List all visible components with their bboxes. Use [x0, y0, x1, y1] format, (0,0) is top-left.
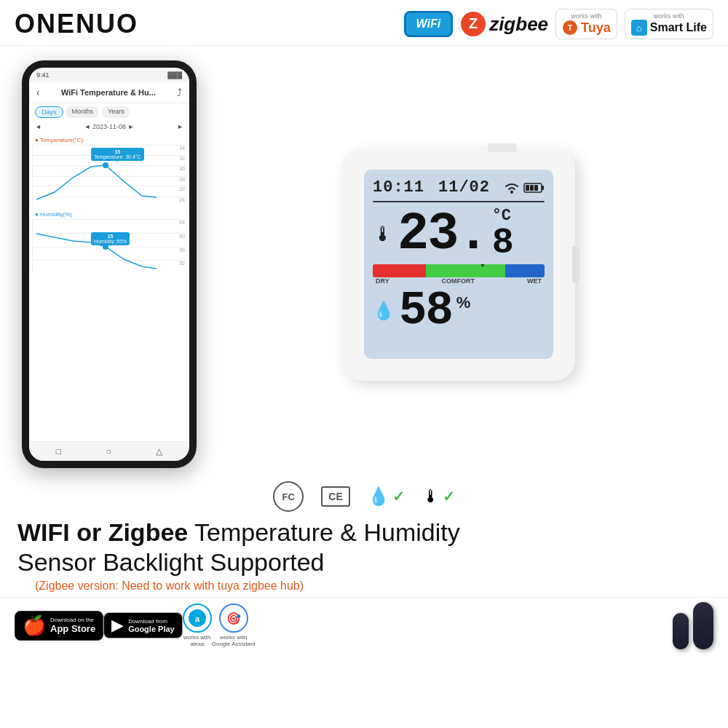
product-subtitle: (Zigbee version: Need to work with tuya … — [17, 577, 711, 597]
comfort-bar-container: DRY COMFORT WET — [373, 264, 545, 285]
phone-date: ◄ 2023-11-06 ► — [84, 123, 135, 130]
device-battery-icon — [524, 182, 545, 194]
device-divider — [373, 201, 545, 202]
phone-date-nav: ◄ ◄ 2023-11-06 ► ► — [29, 121, 189, 132]
fc-label: FC — [282, 491, 295, 502]
alexa-logo: a — [188, 609, 207, 628]
apple-icon: 🍎 — [23, 614, 46, 637]
phone-export-button[interactable]: ⤴ — [177, 87, 182, 98]
drop-cert-icon: 💧 — [368, 486, 389, 507]
bar-comfort — [426, 264, 505, 277]
device-top-button[interactable] — [488, 143, 517, 152]
alexa-icon: a — [183, 604, 212, 633]
device-screen: 10:11 11/02 — [364, 170, 553, 359]
comfort-label: COMFORT — [442, 277, 475, 285]
phone-tabs: Days Months Years — [29, 103, 189, 121]
ce-cert: CE — [321, 486, 349, 507]
tooltip-hum-value: Humidity: 55% — [94, 239, 127, 244]
tooltip-day-hum: 15 — [94, 234, 127, 239]
back-triangle-button[interactable]: △ — [156, 446, 162, 456]
phone-nav-title: WiFi Temperature & Hu... — [61, 88, 156, 97]
hum-tooltip: 15 Humidity: 55% — [91, 232, 130, 245]
device-humidity-row: 💧 58 % — [373, 288, 545, 334]
therm-cert-icon: 🌡 — [422, 486, 440, 507]
tab-months[interactable]: Months — [66, 106, 100, 118]
device-wifi-icon — [504, 181, 520, 194]
device-mockup: 10:11 11/02 — [211, 60, 706, 468]
smartlife-works-with: works with — [654, 12, 684, 20]
echo-devices — [673, 602, 713, 649]
circle-button[interactable]: ○ — [106, 446, 111, 456]
svg-point-4 — [103, 162, 108, 168]
bar-wet — [505, 264, 545, 277]
alexa-label: works withalexa — [183, 634, 210, 647]
zigbee-icon: Z — [460, 11, 486, 37]
google-play-icon: ▶ — [111, 616, 124, 635]
phone-screen: 9:41 ▓▓▓ ‹ WiFi Temperature & Hu... ⤴ Da… — [29, 68, 189, 461]
humidity-cert: 💧 ✓ — [368, 486, 405, 507]
tuya-name: Tuya — [581, 20, 611, 36]
header-badges: WiFi Z zigbee works with T Tuya works wi… — [404, 9, 713, 39]
device-time: 10:11 — [373, 178, 424, 197]
product-title-bold: WIFI or Zigbee — [17, 518, 188, 546]
fc-cert: FC — [273, 481, 304, 512]
humidity-check: ✓ — [392, 488, 405, 505]
tab-days[interactable]: Days — [35, 106, 63, 118]
humidity-chart: ● Humidity(%) 64 60 56 52 15 — [32, 210, 186, 274]
tab-years[interactable]: Years — [102, 106, 130, 118]
ga-logo: 🎯 — [226, 612, 241, 625]
tooltip-day-temp: 15 — [94, 149, 141, 154]
header: ONENUO WiFi Z zigbee works with T Tuya — [0, 0, 728, 46]
svg-point-6 — [510, 191, 513, 194]
svg-rect-10 — [530, 185, 534, 191]
smartlife-icon: ⌂ — [631, 20, 647, 36]
date-next-button[interactable]: ► — [177, 123, 183, 130]
humidity-bar — [373, 264, 545, 277]
certification-row: FC CE 💧 ✓ 🌡 ✓ — [0, 475, 728, 515]
svg-rect-11 — [534, 185, 538, 191]
svg-rect-9 — [526, 185, 529, 191]
googleplay-small: Download from — [128, 618, 175, 625]
smartlife-badge: works with ⌂ Smart Life — [625, 9, 713, 39]
svg-text:T: T — [568, 24, 572, 32]
googleplay-large: Google Play — [128, 625, 175, 633]
appstore-small: Download on the — [50, 617, 95, 623]
appstore-badge[interactable]: 🍎 Download on the App Store — [15, 611, 103, 641]
phone-chart-area: ● Temperature(°C) 34 32 30 28 26 24 — [29, 132, 189, 441]
bar-labels: DRY COMFORT WET — [373, 277, 545, 285]
wet-label: WET — [527, 277, 542, 285]
temp-chart-grid: 34 32 30 28 26 24 15 — [32, 145, 186, 207]
temp-tooltip: 15 Temperature: 30.4°C — [91, 148, 144, 161]
product-title: WIFI or Zigbee Temperature & Humidity Se… — [0, 515, 728, 597]
bottom-row: 🍎 Download on the App Store ▶ Download f… — [0, 597, 728, 654]
svg-text:a: a — [195, 614, 200, 623]
ga-label: works withGoogle Assistant — [212, 634, 256, 647]
google-assistant-icon: 🎯 — [219, 604, 248, 633]
wifi-badge: WiFi — [404, 11, 454, 37]
tooltip-temp-value: Temperature: 30.4°C — [94, 154, 141, 159]
device-temp-row: 🌡 23. °C 8 — [373, 207, 545, 261]
product-title-line2: Sensor Backlight Supported — [17, 547, 711, 577]
device-side-button[interactable] — [572, 246, 579, 282]
svg-text:Z: Z — [469, 15, 478, 31]
alexa-badge: a works withalexa — [183, 604, 212, 647]
water-drop-icon: 💧 — [373, 301, 395, 321]
product-title-rest: Temperature & Humidity — [188, 518, 460, 546]
googleplay-badge[interactable]: ▶ Download from Google Play — [103, 612, 183, 638]
bar-indicator — [479, 264, 486, 267]
zigbee-label: zigbee — [489, 13, 548, 36]
date-prev-button[interactable]: ◄ — [35, 123, 41, 130]
echo-mini — [673, 613, 689, 649]
main-content: 9:41 ▓▓▓ ‹ WiFi Temperature & Hu... ⤴ Da… — [0, 46, 728, 475]
device-humidity-value: 58 — [399, 288, 452, 334]
dry-label: DRY — [376, 277, 389, 285]
google-assistant-badge: 🎯 works withGoogle Assistant — [212, 604, 256, 647]
smartlife-name: Smart Life — [650, 21, 707, 34]
phone-back-button[interactable]: ‹ — [36, 87, 40, 98]
home-button[interactable]: □ — [56, 446, 61, 456]
temp-check: ✓ — [443, 488, 455, 505]
temp-cert: 🌡 ✓ — [422, 486, 455, 507]
device-date-display: 11/02 — [438, 178, 490, 197]
bar-dry — [373, 264, 426, 277]
temp-decimal: 8 — [492, 225, 514, 261]
